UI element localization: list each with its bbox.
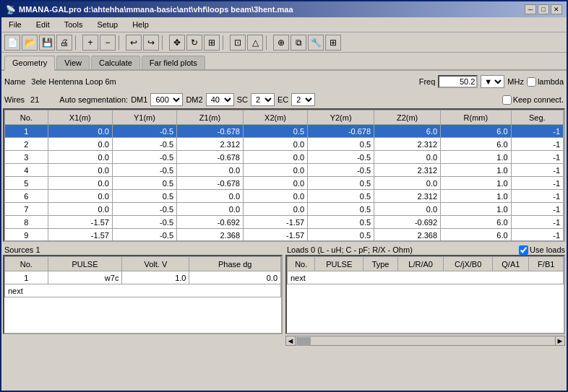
wire-z2: -0.692 xyxy=(374,216,441,229)
arc-button[interactable]: △ xyxy=(247,35,263,51)
table-row[interactable]: 1 w7c 1.0 0.0 xyxy=(5,271,281,284)
table-row[interactable]: 20.0-0.52.3120.00.52.3126.0-1 xyxy=(5,138,564,151)
wire-r: 1.0 xyxy=(441,177,511,190)
grid-button[interactable]: ⊞ xyxy=(325,35,341,51)
tab-geometry[interactable]: Geometry xyxy=(4,56,55,71)
wire-z1: 0.0 xyxy=(177,190,244,203)
new-button[interactable]: 📄 xyxy=(4,35,20,51)
redo-button[interactable]: ↪ xyxy=(143,35,159,51)
wire-y1: -0.5 xyxy=(112,229,176,242)
ec-label: EC xyxy=(277,95,288,104)
wire-y1: -0.5 xyxy=(112,125,176,138)
scroll-left-button[interactable]: ◄ xyxy=(285,336,296,346)
save-button[interactable]: 💾 xyxy=(39,35,55,51)
wire-r: 1.0 xyxy=(441,203,511,216)
wire-seg: -1 xyxy=(511,190,563,203)
open-button[interactable]: 📂 xyxy=(22,35,38,51)
src-no: 1 xyxy=(5,271,48,284)
move-button[interactable]: ✥ xyxy=(169,35,185,51)
loads-table-body: next xyxy=(288,271,564,284)
table-row[interactable]: 8-1.57-0.5-0.692-1.570.5-0.6926.0-1 xyxy=(5,216,564,229)
minimize-button[interactable]: ─ xyxy=(525,4,536,14)
undo-button[interactable]: ↩ xyxy=(126,35,142,51)
sources-next: next xyxy=(5,284,281,297)
wire-x2: -1.57 xyxy=(244,229,308,242)
menu-edit[interactable]: Edit xyxy=(32,19,54,30)
sources-next-row[interactable]: next xyxy=(5,284,281,297)
wire-z2: 2.312 xyxy=(374,138,441,151)
wire-seg: -1 xyxy=(511,203,563,216)
freq-input[interactable] xyxy=(438,75,478,88)
src-volt: 1.0 xyxy=(122,271,189,284)
add-button[interactable]: + xyxy=(82,35,98,51)
copy-button[interactable]: ⧉ xyxy=(291,35,306,51)
close-button[interactable]: ✕ xyxy=(551,4,562,14)
table-row[interactable]: 9-1.57-0.52.368-1.570.52.3686.0-1 xyxy=(5,229,564,242)
scroll-track xyxy=(296,336,555,346)
lambda-checkbox-container: lambda xyxy=(527,77,564,87)
maximize-button[interactable]: □ xyxy=(538,4,549,14)
use-loads-label: Use loads xyxy=(530,245,565,254)
freq-dropdown[interactable]: ▼ xyxy=(481,75,504,88)
table-row[interactable]: 30.0-0.5-0.6780.0-0.50.01.0-1 xyxy=(5,151,564,164)
tab-view[interactable]: View xyxy=(56,56,90,69)
table-row[interactable]: 60.00.50.00.00.52.3121.0-1 xyxy=(5,190,564,203)
toolbar-sep-1 xyxy=(75,35,79,50)
remove-button[interactable]: − xyxy=(100,35,116,51)
auto-seg-section: Auto segmentation: DM1 600 DM2 40 SC 2 E… xyxy=(59,93,315,106)
lambda-label: lambda xyxy=(538,77,564,86)
wire-no: 3 xyxy=(5,151,48,164)
wire-z2: 2.368 xyxy=(374,229,441,242)
loads-scrollbar[interactable]: ◄ ► xyxy=(285,336,565,346)
target-button[interactable]: ⊕ xyxy=(273,35,289,51)
table-row[interactable]: 50.00.5-0.6780.00.50.01.0-1 xyxy=(5,177,564,190)
wire-x1: 0.0 xyxy=(48,190,112,203)
src-col-volt: Volt. V xyxy=(122,257,189,271)
menu-setup[interactable]: Setup xyxy=(92,19,122,30)
tab-calculate[interactable]: Calculate xyxy=(91,56,140,69)
wires-table: No. X1(m) Y1(m) Z1(m) X2(m) Y2(m) Z2(m) … xyxy=(4,110,564,242)
loads-next: next xyxy=(288,271,564,284)
menu-tools[interactable]: Tools xyxy=(60,19,87,30)
name-label: Name xyxy=(4,77,25,86)
wire-x2: 0.0 xyxy=(244,177,308,190)
keep-connect-checkbox[interactable] xyxy=(502,95,512,105)
tab-far-field[interactable]: Far field plots xyxy=(142,56,205,69)
use-loads-checkbox[interactable] xyxy=(519,245,528,255)
wire-y1: -0.5 xyxy=(112,216,176,229)
load-col-type: Type xyxy=(363,257,397,271)
table-row[interactable]: 70.0-0.50.00.00.50.01.0-1 xyxy=(5,203,564,216)
wires-table-container[interactable]: No. X1(m) Y1(m) Z1(m) X2(m) Y2(m) Z2(m) … xyxy=(3,108,565,242)
table-row[interactable]: 40.0-0.50.00.0-0.52.3121.0-1 xyxy=(5,164,564,177)
dm1-label: DM1 xyxy=(131,95,147,104)
wire-no: 7 xyxy=(5,203,48,216)
dm2-select[interactable]: 40 xyxy=(206,93,234,106)
wires-row: Wires 21 Auto segmentation: DM1 600 DM2 … xyxy=(3,91,565,108)
lambda-checkbox[interactable] xyxy=(527,77,536,87)
sc-select[interactable]: 2 xyxy=(251,93,275,106)
wire-y2: 0.5 xyxy=(308,216,374,229)
load-col-fb: F/B1 xyxy=(529,257,564,271)
sources-table-container[interactable]: No. PULSE Volt. V Phase dg 1 w7c 1.0 xyxy=(3,255,283,334)
loads-table-container[interactable]: No. PULSE Type L/R/A0 C/jX/B0 Q/A1 F/B1 xyxy=(285,255,565,334)
col-y2: Y2(m) xyxy=(308,110,374,125)
wire-y2: -0.5 xyxy=(308,151,374,164)
wire-x2: 0.0 xyxy=(244,151,308,164)
menu-file[interactable]: File xyxy=(4,19,26,30)
src-col-pulse: PULSE xyxy=(48,257,122,271)
print-button[interactable]: 🖨 xyxy=(56,35,72,51)
settings-button[interactable]: 🔧 xyxy=(308,35,324,51)
ec-select[interactable]: 2 xyxy=(291,93,315,106)
scroll-right-button[interactable]: ► xyxy=(555,336,565,346)
rotate-button[interactable]: ↻ xyxy=(186,35,202,51)
dm1-select[interactable]: 600 xyxy=(150,93,183,106)
loads-next-row[interactable]: next xyxy=(288,271,564,284)
scale-button[interactable]: ⊞ xyxy=(204,35,220,51)
auto-seg-label: Auto segmentation: xyxy=(59,95,128,104)
title-bar-left: 📡 MMANA-GALpro d:\ahtehha\mmana-basic\an… xyxy=(6,5,293,14)
menu-help[interactable]: Help xyxy=(128,19,153,30)
table-row[interactable]: 10.0-0.5-0.6780.5-0.6786.06.0-1 xyxy=(5,125,564,138)
scroll-thumb[interactable] xyxy=(296,337,311,346)
wire-button[interactable]: ⊡ xyxy=(230,35,246,51)
wire-z2: 0.0 xyxy=(374,203,441,216)
